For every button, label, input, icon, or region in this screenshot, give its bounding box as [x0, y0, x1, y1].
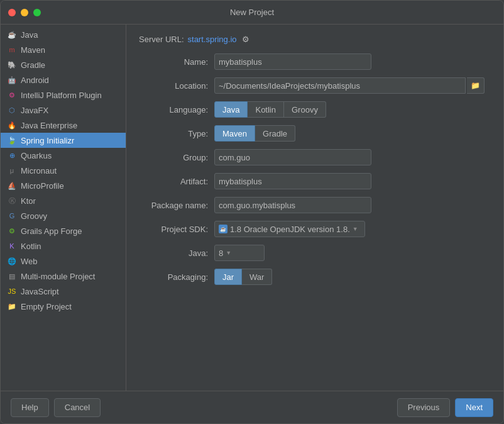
location-label: Location: [139, 81, 214, 91]
type-btn-maven[interactable]: Maven [214, 125, 255, 142]
sidebar-item-ktor[interactable]: ⓀKtor [1, 193, 126, 208]
sidebar-item-android[interactable]: 🤖Android [1, 72, 126, 87]
window-controls [8, 9, 41, 16]
sidebar-item-label: Empty Project [21, 302, 72, 311]
kotlin-icon: K [7, 241, 17, 251]
previous-button[interactable]: Previous [397, 398, 451, 417]
sidebar-item-kotlin[interactable]: KKotlin [1, 238, 126, 254]
sdk-icon: ☕ [219, 225, 227, 233]
language-button-group: JavaKotlinGroovy [214, 101, 326, 118]
language-btn-kotlin[interactable]: Kotlin [248, 101, 284, 118]
main-content: ☕JavamMaven🐘Gradle🤖Android⚙IntelliJ Plat… [1, 25, 503, 391]
project-sdk-value: 1.8 Oracle OpenJDK version 1.8. [230, 225, 350, 234]
close-button[interactable] [8, 9, 16, 16]
java-row: Java: 8 ▼ [139, 244, 491, 262]
footer-right: Previous Next [397, 398, 493, 417]
artifact-input[interactable] [214, 173, 371, 189]
groovy-icon: G [7, 211, 17, 221]
grails-icon: ⚙ [7, 226, 17, 236]
sidebar-item-empty[interactable]: 📁Empty Project [1, 299, 126, 314]
microprofile-icon: ⛵ [7, 181, 17, 191]
name-row: Name: [139, 53, 491, 70]
intellij-icon: ⚙ [7, 90, 17, 100]
package-name-input[interactable] [214, 197, 371, 213]
help-button[interactable]: Help [11, 398, 49, 417]
minimize-button[interactable] [21, 9, 28, 16]
java-value: 8 [219, 248, 223, 258]
cancel-button[interactable]: Cancel [54, 398, 101, 417]
project-sdk-row: Project SDK: ☕ 1.8 Oracle OpenJDK versio… [139, 220, 491, 238]
name-input[interactable] [214, 53, 371, 70]
sidebar-item-spring[interactable]: 🍃Spring Initializr [1, 133, 126, 148]
project-sdk-dropdown[interactable]: ☕ 1.8 Oracle OpenJDK version 1.8. ▼ [214, 221, 365, 237]
location-row: Location: 📁 [139, 77, 491, 94]
server-url-label: Server URL: [139, 35, 184, 44]
sidebar-item-label: Gradle [21, 60, 45, 70]
sidebar-item-label: Groovy [21, 211, 47, 221]
sidebar-item-javascript[interactable]: JSJavaScript [1, 284, 126, 299]
packaging-row: Packaging: JarWar [139, 268, 491, 286]
type-btn-gradle[interactable]: Gradle [255, 125, 295, 142]
window-title: New Project [230, 8, 274, 17]
sidebar-item-microprofile[interactable]: ⛵MicroProfile [1, 178, 126, 193]
maven-icon: m [7, 45, 17, 55]
packaging-btn-war[interactable]: War [242, 269, 272, 285]
language-btn-groovy[interactable]: Groovy [284, 101, 326, 118]
sidebar-item-multi[interactable]: ▤Multi-module Project [1, 269, 126, 284]
group-row: Group: [139, 148, 491, 166]
maximize-button[interactable] [33, 9, 41, 16]
sidebar-item-label: Web [21, 257, 38, 266]
location-wrapper: 📁 [214, 77, 485, 94]
sidebar-item-label: JavaFX [21, 106, 48, 115]
sidebar-item-label: Ktor [21, 196, 36, 206]
sidebar: ☕JavamMaven🐘Gradle🤖Android⚙IntelliJ Plat… [1, 25, 126, 391]
server-url-link[interactable]: start.spring.io [188, 35, 237, 44]
javafx-icon: ⬡ [7, 105, 17, 115]
sidebar-item-quarkus[interactable]: ⊕Quarkus [1, 148, 126, 163]
java-dropdown-arrow: ▼ [226, 250, 231, 256]
sidebar-item-intellij[interactable]: ⚙IntelliJ Platform Plugin [1, 87, 126, 103]
sidebar-item-label: Java [21, 30, 38, 40]
ktor-icon: Ⓚ [7, 196, 17, 206]
enterprise-icon: 🔥 [7, 120, 17, 130]
browse-button[interactable]: 📁 [467, 77, 485, 94]
sidebar-item-micronaut[interactable]: μMicronaut [1, 163, 126, 178]
packaging-btn-jar[interactable]: Jar [214, 269, 242, 285]
sidebar-item-maven[interactable]: mMaven [1, 42, 126, 57]
gradle-icon: 🐘 [7, 60, 17, 70]
location-input[interactable] [214, 77, 466, 94]
sidebar-item-label: Micronaut [21, 166, 57, 176]
language-row: Language: JavaKotlinGroovy [139, 101, 491, 118]
sidebar-item-web[interactable]: 🌐Web [1, 254, 126, 269]
sidebar-item-gradle[interactable]: 🐘Gradle [1, 57, 126, 72]
sidebar-item-label: Grails App Forge [21, 226, 82, 236]
sidebar-item-javafx[interactable]: ⬡JavaFX [1, 103, 126, 118]
group-label: Group: [139, 153, 214, 162]
sidebar-item-label: IntelliJ Platform Plugin [21, 91, 102, 100]
next-button[interactable]: Next [455, 398, 493, 417]
type-button-group: MavenGradle [214, 125, 295, 142]
sidebar-item-grails[interactable]: ⚙Grails App Forge [1, 223, 126, 238]
type-row: Type: MavenGradle [139, 125, 491, 142]
micronaut-icon: μ [7, 165, 17, 176]
footer: Help Cancel Previous Next [1, 391, 503, 423]
sidebar-item-label: JavaScript [21, 287, 59, 296]
language-btn-java[interactable]: Java [214, 101, 248, 118]
javascript-icon: JS [7, 286, 17, 296]
sdk-dropdown-arrow: ▼ [353, 226, 358, 232]
sidebar-item-java[interactable]: ☕Java [1, 27, 126, 42]
package-name-label: Package name: [139, 201, 214, 210]
java-dropdown[interactable]: 8 ▼ [214, 245, 265, 261]
package-name-row: Package name: [139, 196, 491, 214]
sidebar-item-groovy[interactable]: GGroovy [1, 208, 126, 223]
server-url-gear-button[interactable]: ⚙ [241, 35, 251, 44]
packaging-label: Packaging: [139, 272, 214, 282]
spring-icon: 🍃 [7, 135, 17, 145]
group-input[interactable] [214, 149, 371, 165]
multi-icon: ▤ [7, 271, 17, 281]
new-project-dialog: New Project ☕JavamMaven🐘Gradle🤖Android⚙I… [0, 0, 504, 424]
project-sdk-label: Project SDK: [139, 225, 214, 234]
name-label: Name: [139, 57, 214, 67]
sidebar-item-label: Android [21, 75, 49, 85]
sidebar-item-enterprise[interactable]: 🔥Java Enterprise [1, 118, 126, 133]
